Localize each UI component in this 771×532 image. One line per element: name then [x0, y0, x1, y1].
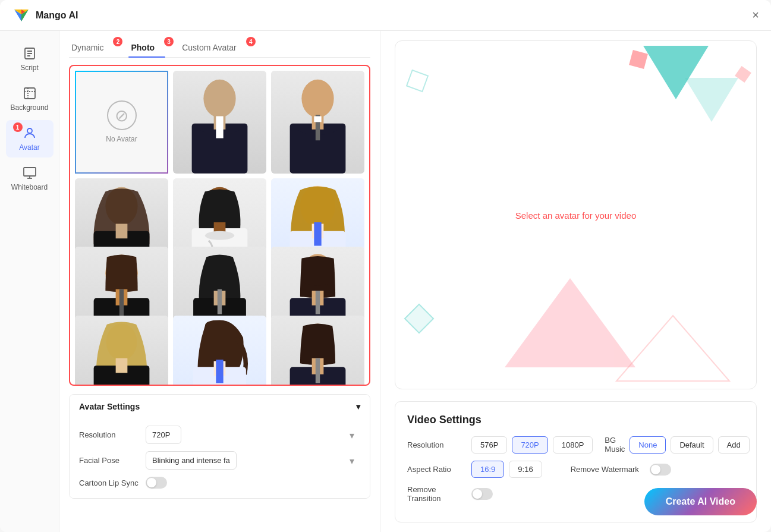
resolution-select[interactable]: 576P 720P 1080P: [146, 426, 181, 444]
avatar-settings-section: Avatar Settings ▾ Resolution 576P 720P 1…: [69, 394, 370, 499]
facial-pose-row: Facial Pose Blinking and intense fa: [79, 451, 360, 470]
logo-icon: [12, 6, 31, 25]
svg-point-30: [205, 231, 234, 240]
vs-aspect-row: Aspect Ratio 16:9 9:16 Remove Watermark: [407, 461, 744, 478]
avatar-settings-title: Avatar Settings: [79, 402, 140, 411]
tab-photo[interactable]: Photo 3: [128, 38, 165, 57]
bg-music-add[interactable]: Add: [718, 436, 750, 454]
svg-rect-12: [24, 168, 36, 176]
svg-rect-39: [119, 289, 124, 316]
shape-teal-diamond: [404, 304, 435, 334]
svg-rect-58: [316, 358, 320, 383]
facial-pose-select-wrapper: Blinking and intense fa: [146, 451, 360, 470]
sidebar-script-label: Script: [20, 64, 39, 72]
resolution-select-wrapper: 576P 720P 1080P: [146, 426, 360, 444]
no-avatar-label: No Avatar: [106, 135, 137, 143]
cartoon-lip-toggle[interactable]: [146, 477, 167, 489]
svg-rect-8: [24, 88, 35, 99]
resolution-setting-row: Resolution 576P 720P 1080P: [79, 426, 360, 444]
avatar-grid: ⊘ No Avatar: [69, 65, 370, 386]
svg-rect-26: [116, 223, 128, 238]
facial-pose-label: Facial Pose: [79, 456, 139, 465]
tab-custom-avatar[interactable]: Custom Avatar 4: [180, 38, 247, 57]
sidebar-item-avatar[interactable]: 1 Avatar: [6, 120, 54, 158]
facial-pose-select[interactable]: Blinking and intense fa: [146, 451, 237, 470]
vs-res-1080p[interactable]: 1080P: [553, 436, 593, 454]
sidebar: Script Background 1 Avatar: [0, 31, 59, 532]
remove-transition-toggle[interactable]: [471, 488, 493, 500]
script-icon: [23, 46, 37, 61]
avatar-settings-body: Resolution 576P 720P 1080P Facial Pose: [70, 418, 370, 498]
svg-point-11: [27, 128, 32, 133]
background-icon: [23, 86, 37, 100]
tab-photo-badge: 3: [164, 37, 174, 46]
vs-transition-label: Remove Transition: [407, 485, 467, 503]
avatar-cell-1[interactable]: [173, 71, 266, 174]
svg-rect-54: [216, 360, 223, 383]
preview-area: Select an avatar for your video: [395, 40, 757, 389]
avatar-cell-11[interactable]: VIP: [271, 316, 364, 386]
remove-watermark-toggle[interactable]: [650, 464, 671, 476]
vs-resolution-row: Resolution 576P 720P 1080P BG Music None…: [407, 436, 744, 454]
close-button[interactable]: ×: [752, 8, 759, 22]
cartoon-lip-label: Cartoon Lip Sync: [79, 479, 139, 487]
sidebar-background-label: Background: [10, 103, 48, 112]
svg-marker-59: [616, 316, 729, 381]
resolution-label: Resolution: [79, 430, 139, 439]
svg-rect-47: [316, 291, 320, 314]
sidebar-item-whiteboard[interactable]: Whiteboard: [6, 160, 54, 197]
create-ai-video-button[interactable]: Create AI Video: [644, 488, 757, 515]
avatar-badge: 1: [13, 122, 23, 132]
avatar-icon: [23, 126, 37, 140]
video-settings-title: Video Settings: [407, 414, 744, 426]
vs-aspect-label: Aspect Ratio: [407, 465, 467, 474]
vs-aspect-16-9[interactable]: 16:9: [471, 461, 504, 478]
select-avatar-prompt: Select an avatar for your video: [515, 210, 636, 220]
no-avatar-cell[interactable]: ⊘ No Avatar: [75, 71, 168, 174]
vs-res-576p[interactable]: 576P: [471, 436, 507, 454]
svg-point-19: [301, 80, 333, 118]
vs-res-720p[interactable]: 720P: [512, 436, 547, 454]
tab-dynamic[interactable]: Dynamic 2: [69, 38, 114, 57]
tabs-row: Dynamic 2 Photo 3 Custom Avatar 4: [69, 38, 370, 58]
svg-rect-23: [314, 116, 321, 122]
sidebar-item-background[interactable]: Background: [6, 80, 54, 118]
logo-area: Mango AI: [12, 6, 78, 25]
no-avatar-icon: ⊘: [107, 100, 137, 130]
tab-custom-badge: 4: [246, 37, 256, 46]
center-panel: Dynamic 2 Photo 3 Custom Avatar 4 ⊘ No A…: [59, 31, 380, 532]
vs-aspect-9-16[interactable]: 9:16: [509, 461, 542, 478]
vs-resolution-label: Resolution: [407, 440, 467, 449]
sidebar-avatar-label: Avatar: [19, 143, 39, 152]
bg-music-none[interactable]: None: [630, 436, 666, 454]
avatar-settings-collapse-icon[interactable]: ▾: [356, 402, 360, 411]
remove-watermark-label: Remove Watermark: [571, 465, 639, 474]
title-bar: Mango AI ×: [0, 0, 771, 31]
app-window: Mango AI × Script: [0, 0, 771, 532]
outline-triangle-svg: [613, 313, 732, 384]
sidebar-whiteboard-label: Whiteboard: [11, 183, 48, 191]
shape-teal-diamond-outline: [406, 70, 429, 92]
svg-point-15: [203, 80, 235, 118]
avatar-cell-9[interactable]: ⊕: [75, 316, 168, 386]
svg-rect-43: [218, 289, 222, 314]
sidebar-item-script[interactable]: Script: [6, 40, 54, 78]
shape-teal-triangle-outline: [685, 78, 738, 122]
avatar-cell-10[interactable]: [173, 316, 266, 386]
whiteboard-icon: [23, 166, 37, 180]
bg-music-default[interactable]: Default: [671, 436, 713, 454]
svg-rect-18: [216, 116, 223, 138]
cartoon-lip-row: Cartoon Lip Sync: [79, 477, 360, 489]
main-layout: Script Background 1 Avatar: [0, 31, 771, 532]
right-panel: Select an avatar for your video Video Se…: [380, 31, 771, 532]
avatar-settings-header[interactable]: Avatar Settings ▾: [70, 395, 370, 418]
svg-rect-50: [116, 358, 128, 373]
svg-rect-35: [314, 222, 321, 245]
app-name: Mango AI: [36, 10, 78, 21]
avatar-cell-2[interactable]: [271, 71, 364, 174]
tab-dynamic-badge: 2: [113, 37, 122, 46]
bg-music-label: BG Music: [605, 436, 625, 454]
